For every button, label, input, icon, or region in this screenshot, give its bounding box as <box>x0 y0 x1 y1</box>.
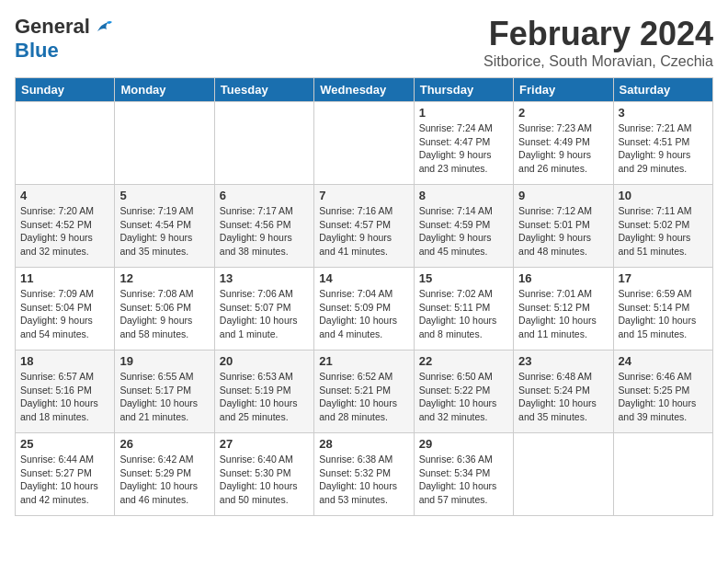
day-number: 2 <box>518 106 608 120</box>
day-number: 26 <box>119 437 209 451</box>
calendar-day-cell: 14Sunrise: 7:04 AM Sunset: 5:09 PM Dayli… <box>314 268 414 350</box>
calendar-day-cell: 6Sunrise: 7:17 AM Sunset: 4:56 PM Daylig… <box>214 185 313 268</box>
calendar-day-cell: 17Sunrise: 6:59 AM Sunset: 5:14 PM Dayli… <box>613 268 712 350</box>
calendar-week-row: 4Sunrise: 7:20 AM Sunset: 4:52 PM Daylig… <box>16 185 713 268</box>
day-info: Sunrise: 6:40 AM Sunset: 5:30 PM Dayligh… <box>220 453 309 507</box>
calendar-day-cell: 11Sunrise: 7:09 AM Sunset: 5:04 PM Dayli… <box>16 268 115 350</box>
calendar-day-cell: 5Sunrise: 7:19 AM Sunset: 4:54 PM Daylig… <box>115 185 214 268</box>
day-info: Sunrise: 7:16 AM Sunset: 4:57 PM Dayligh… <box>319 204 408 259</box>
calendar-week-row: 25Sunrise: 6:44 AM Sunset: 5:27 PM Dayli… <box>16 433 713 516</box>
day-info: Sunrise: 7:19 AM Sunset: 4:54 PM Dayligh… <box>119 204 209 259</box>
calendar-day-cell: 2Sunrise: 7:23 AM Sunset: 4:49 PM Daylig… <box>514 102 613 185</box>
day-number: 24 <box>619 354 708 368</box>
calendar-day-cell: 16Sunrise: 7:01 AM Sunset: 5:12 PM Dayli… <box>514 268 613 350</box>
calendar-day-header: Friday <box>514 78 613 102</box>
day-info: Sunrise: 7:21 AM Sunset: 4:51 PM Dayligh… <box>619 121 708 176</box>
calendar-day-cell <box>214 102 313 185</box>
day-number: 7 <box>319 189 408 202</box>
calendar-day-cell: 20Sunrise: 6:53 AM Sunset: 5:19 PM Dayli… <box>214 350 313 433</box>
calendar-day-cell <box>314 102 414 185</box>
day-info: Sunrise: 6:44 AM Sunset: 5:27 PM Dayligh… <box>20 453 109 507</box>
logo-general: General <box>15 15 90 39</box>
day-number: 14 <box>319 271 408 285</box>
day-info: Sunrise: 7:04 AM Sunset: 5:09 PM Dayligh… <box>319 287 408 341</box>
day-number: 23 <box>518 354 608 368</box>
day-number: 16 <box>518 271 608 285</box>
calendar-day-cell: 18Sunrise: 6:57 AM Sunset: 5:16 PM Dayli… <box>16 350 115 433</box>
day-info: Sunrise: 7:12 AM Sunset: 5:01 PM Dayligh… <box>518 204 608 259</box>
calendar-day-header: Monday <box>115 78 214 102</box>
day-info: Sunrise: 7:23 AM Sunset: 4:49 PM Dayligh… <box>518 121 608 176</box>
calendar-day-cell: 13Sunrise: 7:06 AM Sunset: 5:07 PM Dayli… <box>214 268 313 350</box>
calendar-body: 1Sunrise: 7:24 AM Sunset: 4:47 PM Daylig… <box>16 102 713 516</box>
day-number: 17 <box>619 271 708 285</box>
day-info: Sunrise: 6:52 AM Sunset: 5:21 PM Dayligh… <box>319 370 408 424</box>
calendar-day-cell: 26Sunrise: 6:42 AM Sunset: 5:29 PM Dayli… <box>115 433 214 516</box>
day-info: Sunrise: 6:59 AM Sunset: 5:14 PM Dayligh… <box>619 287 708 341</box>
day-info: Sunrise: 6:50 AM Sunset: 5:22 PM Dayligh… <box>419 370 508 424</box>
day-number: 25 <box>20 437 109 451</box>
day-number: 13 <box>220 271 309 285</box>
day-info: Sunrise: 6:36 AM Sunset: 5:34 PM Dayligh… <box>419 453 508 507</box>
day-info: Sunrise: 7:24 AM Sunset: 4:47 PM Dayligh… <box>419 121 508 176</box>
calendar-day-cell <box>613 433 712 516</box>
day-info: Sunrise: 6:46 AM Sunset: 5:25 PM Dayligh… <box>619 370 708 424</box>
calendar-day-cell: 10Sunrise: 7:11 AM Sunset: 5:02 PM Dayli… <box>613 185 712 268</box>
day-info: Sunrise: 6:42 AM Sunset: 5:29 PM Dayligh… <box>119 453 209 507</box>
calendar-day-header: Thursday <box>414 78 513 102</box>
day-info: Sunrise: 7:20 AM Sunset: 4:52 PM Dayligh… <box>20 204 109 259</box>
day-info: Sunrise: 7:01 AM Sunset: 5:12 PM Dayligh… <box>518 287 608 341</box>
calendar-day-header: Wednesday <box>314 78 414 102</box>
calendar-day-cell: 29Sunrise: 6:36 AM Sunset: 5:34 PM Dayli… <box>414 433 513 516</box>
calendar-day-cell: 15Sunrise: 7:02 AM Sunset: 5:11 PM Dayli… <box>414 268 513 350</box>
day-info: Sunrise: 7:14 AM Sunset: 4:59 PM Dayligh… <box>419 204 508 259</box>
day-info: Sunrise: 6:48 AM Sunset: 5:24 PM Dayligh… <box>518 370 608 424</box>
calendar-day-cell: 3Sunrise: 7:21 AM Sunset: 4:51 PM Daylig… <box>613 102 712 185</box>
day-info: Sunrise: 7:06 AM Sunset: 5:07 PM Dayligh… <box>220 287 309 341</box>
calendar-day-cell: 4Sunrise: 7:20 AM Sunset: 4:52 PM Daylig… <box>16 185 115 268</box>
day-number: 10 <box>619 189 708 202</box>
page-header: General Blue February 2024 Sitborice, So… <box>15 15 713 70</box>
day-number: 4 <box>20 189 109 202</box>
calendar-day-header: Tuesday <box>214 78 313 102</box>
calendar-day-cell: 8Sunrise: 7:14 AM Sunset: 4:59 PM Daylig… <box>414 185 513 268</box>
day-number: 8 <box>419 189 508 202</box>
day-number: 18 <box>20 354 109 368</box>
day-number: 22 <box>419 354 508 368</box>
day-info: Sunrise: 7:09 AM Sunset: 5:04 PM Dayligh… <box>20 287 109 341</box>
day-info: Sunrise: 6:38 AM Sunset: 5:32 PM Dayligh… <box>319 453 408 507</box>
calendar-day-cell: 25Sunrise: 6:44 AM Sunset: 5:27 PM Dayli… <box>16 433 115 516</box>
calendar-week-row: 11Sunrise: 7:09 AM Sunset: 5:04 PM Dayli… <box>16 268 713 350</box>
calendar-header-row: SundayMondayTuesdayWednesdayThursdayFrid… <box>16 78 713 102</box>
calendar-day-cell: 1Sunrise: 7:24 AM Sunset: 4:47 PM Daylig… <box>414 102 513 185</box>
logo: General Blue <box>15 15 114 63</box>
day-number: 19 <box>119 354 209 368</box>
day-info: Sunrise: 7:11 AM Sunset: 5:02 PM Dayligh… <box>619 204 708 259</box>
calendar-day-cell: 21Sunrise: 6:52 AM Sunset: 5:21 PM Dayli… <box>314 350 414 433</box>
calendar-week-row: 1Sunrise: 7:24 AM Sunset: 4:47 PM Daylig… <box>16 102 713 185</box>
title-block: February 2024 Sitborice, South Moravian,… <box>483 15 713 70</box>
day-number: 6 <box>220 189 309 202</box>
day-number: 27 <box>220 437 309 451</box>
day-number: 9 <box>518 189 608 202</box>
day-number: 15 <box>419 271 508 285</box>
day-number: 1 <box>419 106 508 120</box>
day-number: 11 <box>20 271 109 285</box>
calendar-day-header: Sunday <box>16 78 115 102</box>
logo-blue: Blue <box>15 39 59 63</box>
logo-bird-icon <box>94 17 114 37</box>
calendar-day-cell <box>115 102 214 185</box>
day-number: 20 <box>220 354 309 368</box>
day-number: 3 <box>619 106 708 120</box>
calendar-day-cell <box>16 102 115 185</box>
main-title: February 2024 <box>483 15 713 53</box>
calendar-table: SundayMondayTuesdayWednesdayThursdayFrid… <box>15 77 713 516</box>
day-info: Sunrise: 6:55 AM Sunset: 5:17 PM Dayligh… <box>119 370 209 424</box>
calendar-day-cell: 19Sunrise: 6:55 AM Sunset: 5:17 PM Dayli… <box>115 350 214 433</box>
day-info: Sunrise: 6:53 AM Sunset: 5:19 PM Dayligh… <box>220 370 309 424</box>
calendar-day-header: Saturday <box>613 78 712 102</box>
calendar-day-cell <box>514 433 613 516</box>
day-info: Sunrise: 7:17 AM Sunset: 4:56 PM Dayligh… <box>220 204 309 259</box>
day-number: 28 <box>319 437 408 451</box>
subtitle: Sitborice, South Moravian, Czechia <box>483 53 713 70</box>
